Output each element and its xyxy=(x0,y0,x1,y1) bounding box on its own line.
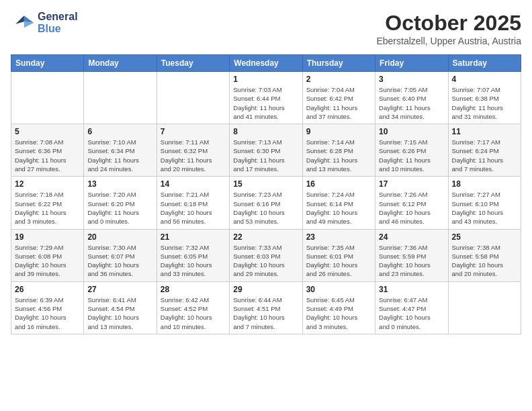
day-number: 22 xyxy=(233,232,298,242)
svg-marker-1 xyxy=(24,15,34,23)
day-info: Sunrise: 7:26 AMSunset: 6:12 PMDaylight:… xyxy=(379,190,444,226)
calendar-cell: 3Sunrise: 7:05 AMSunset: 6:40 PMDaylight… xyxy=(375,72,448,124)
day-info: Sunrise: 7:08 AMSunset: 6:36 PMDaylight:… xyxy=(15,138,80,173)
day-info: Sunrise: 6:45 AMSunset: 4:49 PMDaylight:… xyxy=(306,295,371,331)
calendar-cell: 26Sunrise: 6:39 AMSunset: 4:56 PMDayligh… xyxy=(11,281,84,334)
day-number: 10 xyxy=(379,127,444,136)
calendar-cell: 19Sunrise: 7:29 AMSunset: 6:08 PMDayligh… xyxy=(11,229,84,281)
day-info: Sunrise: 7:23 AMSunset: 6:16 PMDaylight:… xyxy=(233,190,298,226)
weekday-header: Thursday xyxy=(302,55,375,72)
calendar-cell xyxy=(84,72,157,124)
day-info: Sunrise: 7:24 AMSunset: 6:14 PMDaylight:… xyxy=(306,190,371,226)
day-number: 7 xyxy=(161,127,226,136)
calendar-cell: 21Sunrise: 7:32 AMSunset: 6:05 PMDayligh… xyxy=(157,229,229,281)
calendar-cell: 30Sunrise: 6:45 AMSunset: 4:49 PMDayligh… xyxy=(302,281,375,334)
calendar-cell: 12Sunrise: 7:18 AMSunset: 6:22 PMDayligh… xyxy=(11,177,84,229)
day-info: Sunrise: 7:18 AMSunset: 6:22 PMDaylight:… xyxy=(15,190,80,226)
calendar-cell xyxy=(157,72,229,124)
weekday-header-row: SundayMondayTuesdayWednesdayThursdayFrid… xyxy=(11,55,521,72)
day-info: Sunrise: 7:10 AMSunset: 6:34 PMDaylight:… xyxy=(87,138,152,173)
weekday-header: Tuesday xyxy=(157,55,229,72)
day-number: 21 xyxy=(161,232,226,242)
day-number: 26 xyxy=(15,285,80,294)
calendar-cell: 1Sunrise: 7:03 AMSunset: 6:44 PMDaylight… xyxy=(230,72,302,124)
calendar-cell: 28Sunrise: 6:42 AMSunset: 4:52 PMDayligh… xyxy=(157,281,229,334)
day-info: Sunrise: 7:03 AMSunset: 6:44 PMDaylight:… xyxy=(233,85,298,121)
weekday-header: Friday xyxy=(375,55,448,72)
weekday-header: Monday xyxy=(84,55,157,72)
day-number: 24 xyxy=(379,232,444,242)
calendar-cell: 29Sunrise: 6:44 AMSunset: 4:51 PMDayligh… xyxy=(230,281,302,334)
day-info: Sunrise: 6:39 AMSunset: 4:56 PMDaylight:… xyxy=(15,295,80,331)
day-info: Sunrise: 7:27 AMSunset: 6:10 PMDaylight:… xyxy=(452,190,517,226)
calendar-cell: 2Sunrise: 7:04 AMSunset: 6:42 PMDaylight… xyxy=(302,72,375,124)
day-info: Sunrise: 6:41 AMSunset: 4:54 PMDaylight:… xyxy=(87,295,152,331)
day-info: Sunrise: 7:13 AMSunset: 6:30 PMDaylight:… xyxy=(233,138,298,173)
weekday-header: Sunday xyxy=(11,55,84,72)
calendar-cell: 15Sunrise: 7:23 AMSunset: 6:16 PMDayligh… xyxy=(230,177,302,229)
calendar-cell: 14Sunrise: 7:21 AMSunset: 6:18 PMDayligh… xyxy=(157,177,229,229)
day-info: Sunrise: 7:35 AMSunset: 6:01 PMDaylight:… xyxy=(306,243,371,279)
calendar-table: SundayMondayTuesdayWednesdayThursdayFrid… xyxy=(11,54,521,334)
calendar-cell: 5Sunrise: 7:08 AMSunset: 6:36 PMDaylight… xyxy=(11,124,84,177)
calendar-cell: 31Sunrise: 6:47 AMSunset: 4:47 PMDayligh… xyxy=(375,281,448,334)
day-number: 8 xyxy=(233,127,298,136)
calendar-cell: 23Sunrise: 7:35 AMSunset: 6:01 PMDayligh… xyxy=(302,229,375,281)
day-number: 15 xyxy=(233,179,298,189)
day-info: Sunrise: 7:07 AMSunset: 6:38 PMDaylight:… xyxy=(452,85,517,121)
title-section: October 2025 Eberstalzell, Upper Austria… xyxy=(376,11,521,46)
day-info: Sunrise: 7:32 AMSunset: 6:05 PMDaylight:… xyxy=(161,243,226,279)
calendar-cell xyxy=(448,281,521,334)
day-number: 9 xyxy=(306,127,371,136)
weekday-header: Saturday xyxy=(448,55,521,72)
calendar-cell: 8Sunrise: 7:13 AMSunset: 6:30 PMDaylight… xyxy=(230,124,302,177)
day-info: Sunrise: 7:38 AMSunset: 5:58 PMDaylight:… xyxy=(452,243,517,279)
calendar-cell: 17Sunrise: 7:26 AMSunset: 6:12 PMDayligh… xyxy=(375,177,448,229)
day-number: 23 xyxy=(306,232,371,242)
day-number: 13 xyxy=(87,179,152,189)
calendar-cell: 24Sunrise: 7:36 AMSunset: 5:59 PMDayligh… xyxy=(375,229,448,281)
calendar-cell: 4Sunrise: 7:07 AMSunset: 6:38 PMDaylight… xyxy=(448,72,521,124)
page-header: General Blue October 2025 Eberstalzell, … xyxy=(11,11,521,46)
day-info: Sunrise: 7:33 AMSunset: 6:03 PMDaylight:… xyxy=(233,243,298,279)
calendar-cell: 22Sunrise: 7:33 AMSunset: 6:03 PMDayligh… xyxy=(230,229,302,281)
calendar-week-row: 5Sunrise: 7:08 AMSunset: 6:36 PMDaylight… xyxy=(11,124,521,177)
day-info: Sunrise: 7:30 AMSunset: 6:07 PMDaylight:… xyxy=(87,243,152,279)
day-number: 16 xyxy=(306,179,371,189)
day-number: 27 xyxy=(87,285,152,294)
day-number: 5 xyxy=(15,127,80,136)
calendar-cell xyxy=(11,72,84,124)
calendar-cell: 20Sunrise: 7:30 AMSunset: 6:07 PMDayligh… xyxy=(84,229,157,281)
day-info: Sunrise: 7:20 AMSunset: 6:20 PMDaylight:… xyxy=(87,190,152,226)
day-info: Sunrise: 7:36 AMSunset: 5:59 PMDaylight:… xyxy=(379,243,444,279)
logo-text: General Blue xyxy=(38,11,78,35)
day-info: Sunrise: 7:04 AMSunset: 6:42 PMDaylight:… xyxy=(306,85,371,121)
day-number: 31 xyxy=(379,285,444,294)
day-number: 19 xyxy=(15,232,80,242)
logo: General Blue xyxy=(11,11,78,35)
day-info: Sunrise: 7:21 AMSunset: 6:18 PMDaylight:… xyxy=(161,190,226,226)
calendar-cell: 11Sunrise: 7:17 AMSunset: 6:24 PMDayligh… xyxy=(448,124,521,177)
calendar-cell: 10Sunrise: 7:15 AMSunset: 6:26 PMDayligh… xyxy=(375,124,448,177)
day-number: 20 xyxy=(87,232,152,242)
day-number: 1 xyxy=(233,75,298,84)
calendar-cell: 16Sunrise: 7:24 AMSunset: 6:14 PMDayligh… xyxy=(302,177,375,229)
calendar-week-row: 1Sunrise: 7:03 AMSunset: 6:44 PMDaylight… xyxy=(11,72,521,124)
day-info: Sunrise: 7:15 AMSunset: 6:26 PMDaylight:… xyxy=(379,138,444,173)
day-info: Sunrise: 7:05 AMSunset: 6:40 PMDaylight:… xyxy=(379,85,444,121)
day-number: 25 xyxy=(452,232,517,242)
day-info: Sunrise: 6:44 AMSunset: 4:51 PMDaylight:… xyxy=(233,295,298,331)
day-info: Sunrise: 7:17 AMSunset: 6:24 PMDaylight:… xyxy=(452,138,517,173)
calendar-week-row: 12Sunrise: 7:18 AMSunset: 6:22 PMDayligh… xyxy=(11,177,521,229)
day-number: 2 xyxy=(306,75,371,84)
day-info: Sunrise: 6:42 AMSunset: 4:52 PMDaylight:… xyxy=(161,295,226,331)
calendar-week-row: 26Sunrise: 6:39 AMSunset: 4:56 PMDayligh… xyxy=(11,281,521,334)
day-number: 30 xyxy=(306,285,371,294)
day-info: Sunrise: 7:14 AMSunset: 6:28 PMDaylight:… xyxy=(306,138,371,173)
calendar-cell: 9Sunrise: 7:14 AMSunset: 6:28 PMDaylight… xyxy=(302,124,375,177)
calendar-cell: 13Sunrise: 7:20 AMSunset: 6:20 PMDayligh… xyxy=(84,177,157,229)
day-number: 4 xyxy=(452,75,517,84)
month-title: October 2025 xyxy=(376,11,521,36)
svg-marker-2 xyxy=(15,15,24,24)
calendar-cell: 25Sunrise: 7:38 AMSunset: 5:58 PMDayligh… xyxy=(448,229,521,281)
